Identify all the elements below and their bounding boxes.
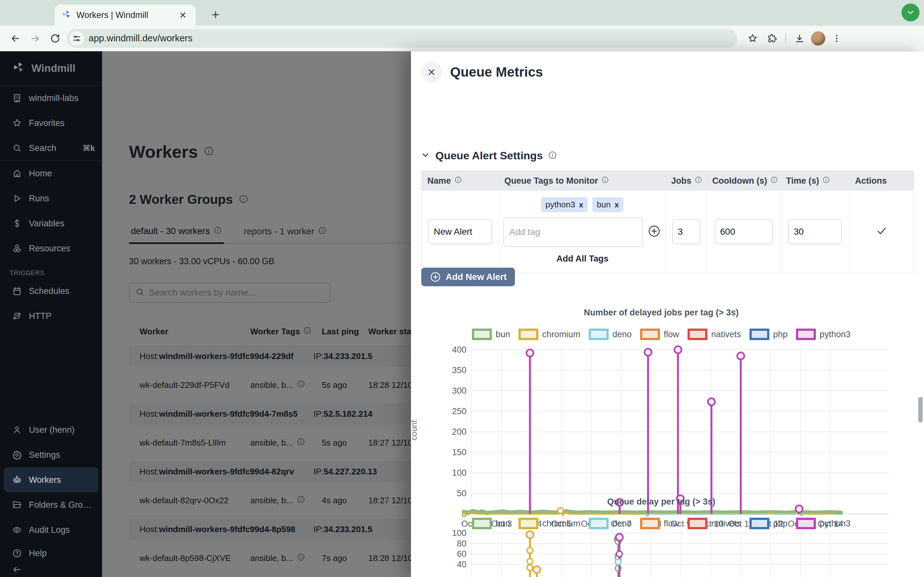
- browser-tabstrip: Workers | Windmill: [0, 0, 924, 26]
- cooldown-input[interactable]: [714, 219, 773, 244]
- info-icon[interactable]: [771, 176, 778, 186]
- sidebar-item-runs[interactable]: Runs: [0, 186, 102, 211]
- sidebar-item-resources[interactable]: Resources: [0, 236, 102, 261]
- eye-icon: [12, 525, 22, 535]
- drawer-title: Queue Metrics: [450, 64, 543, 80]
- tab-close-icon[interactable]: [177, 9, 189, 21]
- legend-item-flow[interactable]: flow: [640, 329, 679, 340]
- legend-item-python3[interactable]: python3: [796, 329, 851, 340]
- remove-tag-icon[interactable]: x: [614, 200, 619, 210]
- forward-button-icon[interactable]: [27, 30, 44, 47]
- svg-text:60: 60: [457, 549, 467, 559]
- sidebar-item-user-henri[interactable]: User (henri): [0, 417, 102, 442]
- sidebar-item-favorites[interactable]: Favorites: [0, 111, 102, 135]
- add-tag-plus-icon[interactable]: [648, 224, 661, 240]
- url-bar[interactable]: app.windmill.dev/workers: [67, 29, 737, 48]
- browser-tab[interactable]: Workers | Windmill: [55, 5, 196, 26]
- add-tag-input[interactable]: [503, 218, 643, 247]
- legend-item-python3[interactable]: python3: [796, 518, 851, 529]
- info-icon[interactable]: [601, 176, 609, 186]
- bookmark-star-icon[interactable]: [744, 30, 761, 47]
- time-input[interactable]: [788, 219, 842, 244]
- sidebar-item-label: Home: [29, 169, 95, 179]
- legend-item-bun[interactable]: bun: [472, 518, 510, 529]
- legend-item-php[interactable]: php: [750, 518, 788, 529]
- sidebar-item-variables[interactable]: Variables: [0, 211, 102, 236]
- legend-item-deno[interactable]: deno: [589, 329, 632, 340]
- back-button-icon[interactable]: [7, 30, 24, 47]
- jobs-input[interactable]: [672, 219, 700, 244]
- sidebar-item-settings[interactable]: Settings: [0, 442, 102, 467]
- tab-title: Workers | Windmill: [76, 10, 172, 20]
- downloads-icon[interactable]: [791, 30, 808, 47]
- sidebar-item-windmill-labs[interactable]: windmill-labs: [0, 85, 102, 111]
- svg-text:350: 350: [452, 366, 467, 375]
- star-icon: [12, 118, 22, 128]
- route-icon: [12, 311, 22, 321]
- svg-text:300: 300: [452, 386, 467, 396]
- sidebar-item-label: User (henri): [29, 425, 95, 435]
- add-new-alert-button[interactable]: Add New Alert: [421, 268, 515, 286]
- add-all-tags-link[interactable]: Add All Tags: [556, 252, 609, 268]
- sidebar-item-schedules[interactable]: Schedules: [0, 279, 102, 303]
- sidebar-item-http[interactable]: HTTP: [0, 303, 102, 329]
- sidebar-item-label: Folders & Groups...: [29, 500, 95, 510]
- legend-item-chromium[interactable]: chromium: [519, 329, 580, 340]
- browser-menu-kebab-icon[interactable]: [829, 30, 845, 47]
- legend-item-bun[interactable]: bun: [472, 329, 510, 340]
- sidebar-top-group: FavoritesSearch⌘k: [0, 111, 102, 161]
- sidebar-item-help[interactable]: Help: [0, 544, 102, 562]
- legend-item-nativets[interactable]: nativets: [688, 329, 741, 340]
- svg-text:400: 400: [452, 345, 467, 355]
- info-icon[interactable]: [822, 176, 830, 186]
- sidebar-item-label: Workers: [29, 475, 95, 485]
- queue-delay-plot: 406080100: [411, 529, 924, 577]
- chevron-down-icon[interactable]: [421, 150, 430, 161]
- remove-tag-icon[interactable]: x: [579, 200, 583, 210]
- sidebar-item-label: Resources: [29, 243, 95, 253]
- chrome-profile-chevron-button[interactable]: [901, 3, 919, 21]
- sidebar-item-label: Settings: [29, 450, 95, 460]
- alert-settings-table: Name Queue Tags to Monitor Jobs Cooldown…: [421, 171, 914, 273]
- toolbar-divider: [785, 33, 786, 44]
- url-text[interactable]: app.windmill.dev/workers: [89, 33, 192, 44]
- legend-item-chromium[interactable]: chromium: [519, 518, 580, 529]
- legend-item-flow[interactable]: flow: [640, 518, 679, 529]
- info-icon[interactable]: [548, 151, 557, 161]
- info-icon[interactable]: [454, 176, 462, 186]
- close-drawer-button[interactable]: [421, 62, 442, 82]
- queue-tag-pill[interactable]: bunx: [592, 197, 624, 212]
- legend-item-deno[interactable]: deno: [589, 518, 632, 529]
- calendar-icon: [12, 286, 22, 296]
- sidebar-item-workers[interactable]: Workers: [4, 467, 98, 492]
- legend-item-php[interactable]: php: [750, 329, 788, 340]
- extensions-puzzle-icon[interactable]: [764, 30, 780, 47]
- sidebar-triggers-group: SchedulesHTTP: [0, 279, 102, 329]
- shortcut-hint: ⌘k: [82, 143, 95, 153]
- sidebar-main-group: HomeRunsVariablesResources: [0, 161, 102, 261]
- site-settings-icon[interactable]: [69, 31, 84, 46]
- gear-icon: [12, 450, 22, 460]
- legend-swatch: [796, 518, 816, 529]
- legend-item-nativets[interactable]: nativets: [688, 518, 741, 529]
- triggers-section-label: TRIGGERS: [0, 261, 102, 279]
- windmill-brand[interactable]: Windmill: [0, 51, 102, 85]
- info-icon[interactable]: [695, 176, 702, 186]
- collapse-sidebar-icon[interactable]: [0, 562, 102, 577]
- reload-button-icon[interactable]: [47, 30, 63, 47]
- sidebar-item-search[interactable]: Search⌘k: [0, 135, 102, 161]
- queue-tag-pill[interactable]: python3x: [541, 197, 588, 212]
- profile-avatar[interactable]: [811, 31, 826, 46]
- sidebar-item-label: Variables: [29, 219, 95, 229]
- robot-icon: [12, 475, 22, 485]
- sidebar-item-audit-logs[interactable]: Audit Logs: [0, 517, 102, 542]
- scrollbar-thumb[interactable]: [918, 397, 923, 422]
- sidebar-item-folders-groups[interactable]: Folders & Groups...: [0, 492, 102, 517]
- alert-name-input[interactable]: [428, 219, 492, 244]
- sidebar-item-home[interactable]: Home: [0, 161, 102, 186]
- confirm-check-icon[interactable]: [876, 225, 887, 239]
- svg-text:150: 150: [452, 448, 467, 457]
- new-tab-button[interactable]: [208, 7, 223, 23]
- sidebar-item-label: Audit Logs: [29, 525, 95, 535]
- drawer-backdrop[interactable]: [102, 51, 411, 577]
